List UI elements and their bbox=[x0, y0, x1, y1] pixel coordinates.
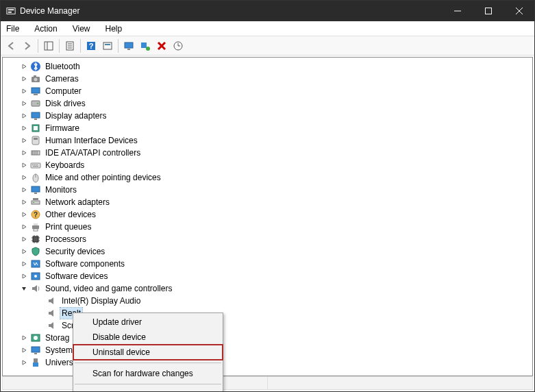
back-button[interactable] bbox=[3, 38, 18, 53]
properties-button[interactable] bbox=[62, 38, 77, 53]
chevron-right-icon[interactable] bbox=[19, 222, 29, 232]
tree-item[interactable]: Firmware bbox=[3, 122, 532, 134]
keyboard-icon bbox=[30, 160, 41, 171]
chevron-down-icon[interactable] bbox=[19, 284, 29, 293]
chevron-right-icon[interactable] bbox=[19, 74, 29, 84]
update-driver-button[interactable] bbox=[100, 38, 115, 53]
firmware-icon bbox=[30, 123, 41, 134]
close-button[interactable] bbox=[503, 1, 534, 21]
forward-button[interactable] bbox=[20, 38, 35, 53]
chevron-right-icon[interactable] bbox=[19, 123, 29, 133]
chevron-right-icon[interactable] bbox=[19, 160, 29, 170]
usb-icon bbox=[30, 357, 41, 368]
hid-icon bbox=[30, 135, 41, 146]
chevron-right-icon[interactable] bbox=[19, 358, 29, 367]
ctx-properties[interactable]: Properties bbox=[73, 387, 223, 392]
svg-rect-57 bbox=[34, 223, 38, 225]
chevron-right-icon[interactable] bbox=[19, 62, 29, 71]
svg-rect-19 bbox=[141, 42, 147, 48]
tree-item[interactable]: Sound, video and game controllers bbox=[3, 282, 532, 295]
menu-help[interactable]: Help bbox=[103, 23, 125, 35]
tree-item-label: Security devices bbox=[44, 246, 106, 257]
tree-item-label: IDE ATA/ATAPI controllers bbox=[44, 147, 142, 158]
chevron-right-icon[interactable] bbox=[19, 197, 29, 207]
camera-icon bbox=[30, 73, 41, 84]
scan-icon bbox=[140, 41, 150, 51]
uninstall-button[interactable] bbox=[154, 38, 169, 53]
chevron-right-icon[interactable] bbox=[19, 148, 29, 158]
svg-rect-37 bbox=[34, 138, 38, 140]
delete-icon bbox=[157, 41, 166, 51]
chevron-right-icon[interactable] bbox=[19, 210, 29, 219]
minimize-button[interactable] bbox=[442, 1, 473, 21]
tree-item[interactable]: Keyboards bbox=[3, 159, 532, 171]
help-button[interactable]: ? bbox=[84, 38, 99, 53]
tree-item[interactable]: Display adapters bbox=[3, 110, 532, 122]
svg-rect-52 bbox=[33, 202, 34, 203]
svg-rect-18 bbox=[127, 49, 130, 50]
show-hide-tree-button[interactable] bbox=[41, 38, 56, 53]
tree-item[interactable]: Software devices bbox=[3, 270, 532, 282]
svg-text:?: ? bbox=[89, 42, 94, 50]
mouse-icon bbox=[30, 172, 41, 183]
tree-item[interactable]: Processors bbox=[3, 233, 532, 245]
svg-point-72 bbox=[34, 336, 38, 340]
chevron-right-icon[interactable] bbox=[19, 333, 29, 343]
ctx-disable[interactable]: Disable device bbox=[73, 330, 223, 345]
chevron-right-icon[interactable] bbox=[19, 234, 29, 244]
status-cell bbox=[268, 377, 532, 389]
chevron-right-icon[interactable] bbox=[19, 271, 29, 281]
tree-item[interactable]: Mice and other pointing devices bbox=[3, 171, 532, 184]
context-menu[interactable]: Update driverDisable deviceUninstall dev… bbox=[73, 313, 223, 392]
menu-action[interactable]: Action bbox=[32, 23, 60, 35]
chevron-right-icon[interactable] bbox=[19, 173, 29, 182]
app-icon bbox=[6, 6, 16, 16]
chevron-right-icon[interactable] bbox=[19, 111, 29, 121]
options-button[interactable] bbox=[171, 38, 186, 53]
svg-rect-32 bbox=[32, 112, 40, 118]
tree-item[interactable]: Cameras bbox=[3, 73, 532, 85]
tree-item[interactable]: Human Interface Devices bbox=[3, 134, 532, 147]
svg-point-70 bbox=[34, 275, 37, 278]
tree-item[interactable]: Intel(R) Display Audio bbox=[3, 295, 532, 307]
ctx-scan[interactable]: Scan for hardware changes bbox=[73, 366, 223, 381]
svg-rect-29 bbox=[34, 94, 38, 95]
computer-icon bbox=[30, 86, 41, 97]
svg-rect-4 bbox=[485, 8, 491, 14]
titlebar[interactable]: Device Manager bbox=[1, 1, 534, 21]
ctx-uninstall[interactable]: Uninstall device bbox=[73, 345, 223, 360]
tree-item[interactable]: Software components bbox=[3, 258, 532, 270]
tree-item[interactable]: ?Other devices bbox=[3, 208, 532, 221]
menu-view[interactable]: View bbox=[70, 23, 93, 35]
chevron-right-icon[interactable] bbox=[19, 345, 29, 355]
tree-item[interactable]: Computer bbox=[3, 85, 532, 97]
maximize-button[interactable] bbox=[473, 1, 503, 21]
tree-item[interactable]: IDE ATA/ATAPI controllers bbox=[3, 147, 532, 159]
back-icon bbox=[6, 41, 16, 51]
chevron-right-icon[interactable] bbox=[19, 99, 29, 108]
chevron-right-icon[interactable] bbox=[19, 185, 29, 195]
tree-item[interactable]: Bluetooth bbox=[3, 60, 532, 73]
tree-item[interactable]: Print queues bbox=[3, 221, 532, 233]
showhide-icon bbox=[44, 41, 53, 51]
svg-rect-27 bbox=[34, 75, 36, 77]
tree-item[interactable]: Security devices bbox=[3, 245, 532, 258]
tree-item[interactable]: Monitors bbox=[3, 184, 532, 196]
svg-point-26 bbox=[34, 78, 38, 82]
chevron-right-icon[interactable] bbox=[19, 247, 29, 256]
chevron-right-icon[interactable] bbox=[19, 259, 29, 269]
tree-item[interactable]: Network adapters bbox=[3, 196, 532, 208]
svg-rect-56 bbox=[32, 225, 39, 229]
svg-rect-15 bbox=[103, 42, 112, 49]
tree-item-label: Disk drives bbox=[44, 98, 87, 109]
tree-item[interactable]: Disk drives bbox=[3, 97, 532, 110]
monitor-button[interactable] bbox=[121, 38, 136, 53]
ctx-update[interactable]: Update driver bbox=[73, 315, 223, 330]
menu-file[interactable]: File bbox=[3, 23, 22, 35]
svg-rect-43 bbox=[32, 164, 34, 165]
tree-item-label: Storag bbox=[44, 332, 71, 343]
chevron-right-icon[interactable] bbox=[19, 136, 29, 145]
chevron-right-icon[interactable] bbox=[19, 86, 29, 96]
svg-rect-35 bbox=[34, 126, 38, 130]
scan-hardware-button[interactable] bbox=[138, 38, 153, 53]
